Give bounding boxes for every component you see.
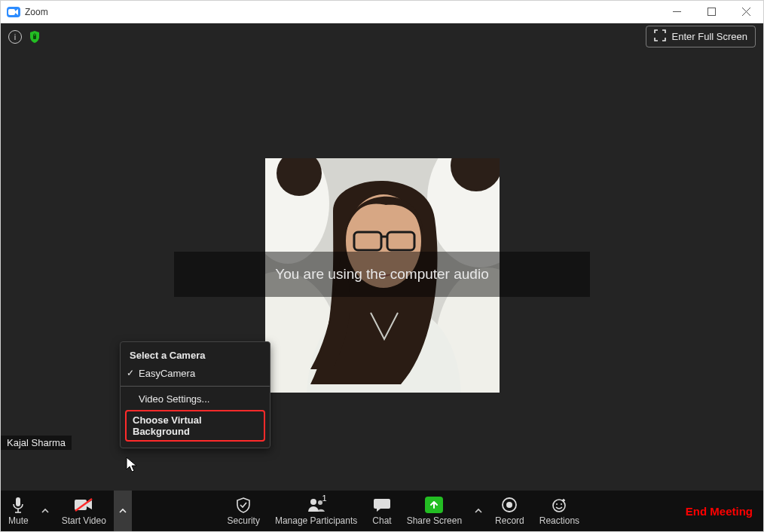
record-icon [501,496,518,514]
meeting-toolbar: Mute Start Video Security Manage Partici [1,491,763,531]
record-label: Record [495,515,524,526]
audio-options-chevron[interactable] [36,491,54,531]
audio-mode-notice: You are using the computer audio [174,252,590,297]
menu-separator [121,386,270,387]
chat-icon [373,496,391,514]
svg-point-29 [561,503,562,505]
reactions-label: Reactions [539,515,579,526]
security-label: Security [228,515,260,526]
chat-button[interactable]: Chat [365,491,399,531]
window-close-button[interactable] [729,1,763,23]
camera-off-icon [74,496,93,514]
svg-rect-18 [16,497,20,506]
svg-rect-0 [8,9,15,15]
window-minimize-button[interactable] [659,1,694,23]
share-options-chevron[interactable] [469,491,487,531]
window-maximize-button[interactable] [694,1,729,23]
start-video-label: Start Video [62,515,106,526]
svg-point-28 [556,503,558,505]
audio-mode-notice-text: You are using the computer audio [275,266,488,283]
start-video-button[interactable]: Start Video [54,491,114,531]
svg-point-26 [506,502,512,508]
meeting-content: i Enter Full Screen [1,23,763,491]
mute-button[interactable]: Mute [1,491,36,531]
svg-point-23 [310,499,316,505]
end-meeting-button[interactable]: End Meeting [675,505,763,518]
fullscreen-icon [654,29,666,44]
video-menu-header: Select a Camera [121,347,270,364]
record-button[interactable]: Record [487,491,532,531]
enter-fullscreen-label: Enter Full Screen [672,31,747,42]
share-screen-icon [425,496,443,514]
enter-fullscreen-button[interactable]: Enter Full Screen [646,26,756,47]
choose-virtual-background-item[interactable]: Choose Virtual Background [125,410,265,442]
microphone-icon [11,496,26,514]
mute-label: Mute [8,515,29,526]
reactions-button[interactable]: Reactions [532,491,587,531]
manage-participants-button[interactable]: Manage Participants 1 [267,491,365,531]
video-options-menu: Select a Camera EasyCamera Video Setting… [120,341,270,448]
reactions-icon [551,496,567,514]
end-meeting-label: End Meeting [686,505,753,518]
zoom-app-icon [7,7,20,17]
participant-name: Kajal Sharma [7,437,66,448]
cursor-icon [126,457,138,476]
meeting-info-icon[interactable]: i [8,30,22,44]
participant-name-tag: Kajal Sharma [1,436,72,450]
window-title: Zoom [25,7,48,17]
encryption-icon[interactable] [29,31,40,43]
security-button[interactable]: Security [220,491,267,531]
share-screen-label: Share Screen [407,515,462,526]
video-settings-item[interactable]: Video Settings... [121,390,270,408]
shield-icon [235,496,252,514]
share-screen-button[interactable]: Share Screen [399,491,469,531]
window-titlebar: Zoom [1,1,763,23]
top-strip: i Enter Full Screen [1,23,763,50]
participants-count-badge: 1 [322,494,327,503]
zoom-window: Zoom i Enter Full Screen [0,0,764,532]
manage-participants-label: Manage Participants [275,515,357,526]
svg-rect-2 [707,8,715,16]
video-options-chevron[interactable] [114,491,132,531]
camera-option-easycamera[interactable]: EasyCamera [121,364,270,383]
chat-label: Chat [372,515,391,526]
